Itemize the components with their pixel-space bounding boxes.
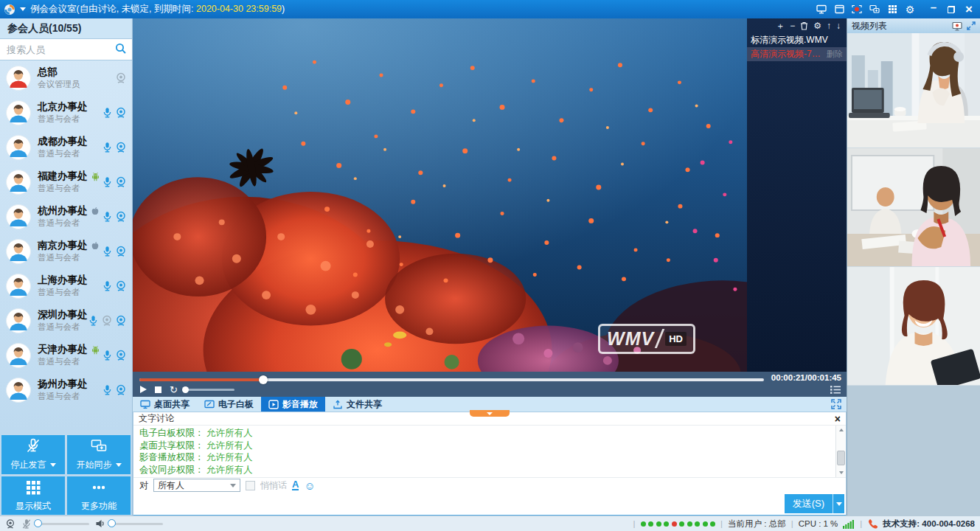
webcam-icon[interactable]	[115, 280, 127, 292]
minimize-button[interactable]: –	[925, 0, 942, 19]
webcam-icon[interactable]	[115, 350, 127, 361]
mic-muted-icon[interactable]	[21, 518, 32, 530]
speaker-volume-slider[interactable]	[111, 523, 163, 525]
message-input[interactable]	[135, 493, 844, 514]
maximize-button[interactable]	[943, 1, 959, 17]
feature-tab[interactable]: 电子白板	[197, 397, 261, 412]
participant-row[interactable]: 成都办事处 普通与会者	[0, 130, 132, 164]
close-button[interactable]: ×	[961, 1, 977, 17]
whisper-checkbox[interactable]	[246, 481, 255, 490]
webcam-off-icon[interactable]	[115, 72, 127, 84]
mic-icon[interactable]	[102, 107, 113, 119]
playlist-item[interactable]: 标清演示视频.WMV	[747, 33, 847, 47]
participant-row[interactable]: 福建办事处 普通与会者	[0, 164, 132, 199]
mic-icon[interactable]	[102, 246, 113, 257]
seek-bar[interactable]	[139, 377, 764, 383]
close-icon[interactable]: ×	[835, 414, 841, 424]
chevron-down-icon[interactable]	[116, 463, 122, 467]
recipient-select[interactable]: 所有人	[153, 479, 240, 492]
scroll-down-arrow[interactable]	[836, 468, 846, 477]
webcam-icon[interactable]	[115, 211, 127, 223]
stop-button[interactable]	[155, 386, 161, 393]
search-input[interactable]	[0, 39, 132, 60]
action-button[interactable]: 显示模式	[1, 476, 65, 516]
search-icon[interactable]	[115, 43, 127, 55]
scroll-up-arrow[interactable]	[836, 426, 846, 434]
webcam-icon[interactable]	[115, 384, 127, 396]
action-button[interactable]: 更多功能	[67, 476, 131, 516]
playlist-item[interactable]: 高清演示视频-720P.wmv 删除	[747, 47, 847, 61]
status-dot	[664, 521, 669, 527]
wmv-hd-watermark: WMV HD	[598, 324, 695, 354]
add-icon[interactable]: ＋ − ⚙ ↑ ↓	[776, 21, 785, 30]
expand-icon[interactable]	[967, 21, 976, 30]
mic-icon[interactable]	[102, 176, 113, 188]
video-thumbnail[interactable]	[847, 267, 980, 386]
settings-gear-icon[interactable]: ⚙	[902, 1, 918, 17]
settings-icon[interactable]: ＋ − ⚙ ↑ ↓	[813, 21, 821, 30]
participant-row[interactable]: 天津办事处 普通与会者	[0, 338, 132, 372]
delete-item-button[interactable]: 删除	[827, 47, 843, 61]
scrollbar-thumb[interactable]	[837, 451, 845, 465]
video-thumbnail[interactable]	[847, 33, 980, 148]
mic-icon[interactable]	[102, 142, 113, 153]
chat-scrollbar[interactable]	[835, 426, 846, 477]
font-style-button[interactable]: A	[292, 480, 299, 490]
move-up-icon[interactable]: ＋ − ⚙ ↑ ↓	[827, 21, 831, 30]
webcam-off-icon[interactable]	[101, 315, 113, 327]
speaker-volume-knob[interactable]	[108, 519, 116, 527]
webcam-icon[interactable]	[115, 246, 127, 257]
status-dot	[687, 521, 692, 527]
mic-icon[interactable]	[102, 211, 113, 223]
move-down-icon[interactable]: ＋ − ⚙ ↑ ↓	[836, 21, 841, 30]
window-layout-icon[interactable]	[831, 1, 847, 17]
delete-icon[interactable]: ＋ − ⚙ ↑ ↓	[800, 21, 808, 30]
screen-share-icon[interactable]	[813, 1, 830, 17]
feature-tab[interactable]: 桌面共享	[133, 397, 197, 412]
participant-row[interactable]: 上海办事处 普通与会者	[0, 268, 132, 303]
video-thumbnail[interactable]	[847, 148, 980, 267]
webcam-icon[interactable]	[5, 518, 15, 530]
replay-icon[interactable]: ↻	[170, 385, 178, 395]
webcam-icon[interactable]	[115, 176, 127, 188]
video-frame[interactable]: WMV HD	[133, 18, 747, 372]
fullscreen-icon[interactable]	[831, 399, 841, 409]
mic-icon[interactable]	[102, 350, 113, 361]
mic-volume-knob[interactable]	[34, 519, 42, 527]
participant-row[interactable]: 总部 会议管理员	[0, 60, 132, 95]
webcam-icon[interactable]	[115, 107, 127, 119]
feature-tab[interactable]: 文件共享	[325, 397, 389, 412]
play-button[interactable]	[140, 386, 147, 393]
action-button[interactable]: 开始同步	[67, 435, 131, 474]
chevron-down-icon[interactable]	[50, 463, 56, 467]
volume-slider[interactable]	[186, 389, 234, 391]
mic-icon[interactable]	[102, 384, 113, 396]
panel-collapse-handle[interactable]	[470, 410, 510, 417]
mic-volume-slider[interactable]	[38, 523, 89, 525]
speaker-icon[interactable]	[95, 518, 105, 529]
participant-row[interactable]: 杭州办事处 普通与会者	[0, 199, 132, 234]
participant-row[interactable]: 扬州办事处 普通与会者	[0, 372, 132, 407]
pc-sync-icon[interactable]	[866, 1, 883, 17]
emoji-icon[interactable]: ☺	[304, 480, 315, 491]
send-button[interactable]: 发送(S)	[785, 494, 833, 513]
volume-knob[interactable]	[182, 386, 189, 393]
mic-icon[interactable]	[88, 315, 99, 327]
display-mode-icon[interactable]	[884, 1, 900, 17]
participant-search	[0, 38, 132, 60]
remove-icon[interactable]: ＋ − ⚙ ↑ ↓	[790, 21, 795, 30]
mic-icon[interactable]	[102, 280, 113, 292]
participant-row[interactable]: 深圳办事处 普通与会者	[0, 303, 132, 338]
participant-row[interactable]: 北京办事处 普通与会者	[0, 95, 132, 130]
participant-row[interactable]: 南京办事处 普通与会者	[0, 234, 132, 268]
send-options-button[interactable]	[833, 494, 844, 513]
webcam-icon[interactable]	[115, 315, 127, 327]
record-icon[interactable]	[849, 1, 865, 17]
webcam-icon[interactable]	[115, 142, 127, 153]
chevron-down-icon[interactable]	[20, 7, 26, 11]
action-button[interactable]: 停止发言	[1, 435, 65, 474]
seek-knob[interactable]	[259, 375, 268, 384]
playlist-toggle-icon[interactable]	[830, 385, 841, 395]
video-monitor-icon[interactable]	[952, 21, 962, 31]
feature-tab[interactable]: 影音播放	[261, 397, 325, 412]
